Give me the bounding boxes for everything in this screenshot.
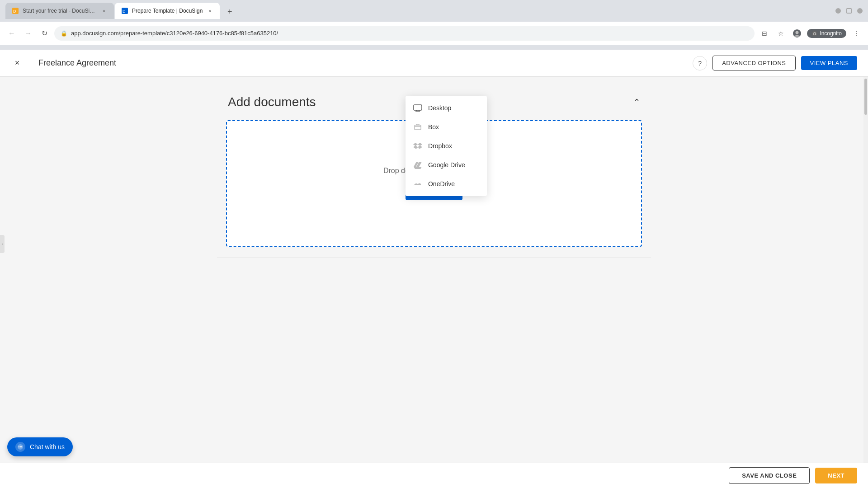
section-collapse-button[interactable]: ⌃ [633,97,640,107]
nav-forward-button[interactable]: → [22,27,34,40]
tab1-title: Start your free trial - DocuSign e... [23,8,97,14]
header-divider [31,56,31,70]
dropdown-item-onedrive[interactable]: OneDrive [406,174,487,193]
svg-text:D: D [123,9,126,14]
header-right: ? ADVANCED OPTIONS VIEW PLANS [693,56,857,70]
browser-nav-bar: ← → ↻ 🔒 app.docusign.com/prepare-templat… [0,22,868,45]
close-button[interactable]: × [11,57,24,70]
chat-icon [15,442,25,452]
bookmark-icon[interactable]: ☆ [774,27,787,40]
tab2-title: Prepare Template | DocuSign [132,8,203,14]
address-bar[interactable]: 🔒 app.docusign.com/prepare-template/c312… [54,26,755,41]
document-title: Freelance Agreement [38,58,685,68]
browser-title-bar: D Start your free trial - DocuSign e... … [0,0,868,22]
incognito-label: Incognito [820,30,842,37]
save-close-button[interactable]: SAVE AND CLOSE [729,467,810,484]
dropdown-item-desktop[interactable]: Desktop [406,99,487,117]
browser-chrome: D Start your free trial - DocuSign e... … [0,0,868,50]
help-button[interactable]: ? [693,56,707,70]
app-footer: SAVE AND CLOSE NEXT [0,463,868,488]
upload-dropdown: Desktop Box [406,96,487,196]
svg-point-6 [812,31,817,36]
dropdown-item-google-drive[interactable]: Google Drive [406,155,487,174]
chat-label: Chat with us [30,443,65,450]
incognito-badge: Incognito [807,29,846,38]
window-minimize[interactable] [835,8,841,14]
address-text: app.docusign.com/prepare-template/c3120e… [71,30,278,37]
svg-point-17 [21,446,22,447]
svg-point-7 [813,33,815,35]
svg-point-16 [20,446,21,447]
tab2-favicon: D [121,7,128,14]
svg-text:D: D [13,9,16,14]
section-container: Add documents ⌃ Drop documents here to u… [217,95,651,247]
main-content: Add documents ⌃ Drop documents here to u… [0,77,868,463]
svg-rect-13 [415,125,421,130]
drop-zone[interactable]: Drop documents here to upload [226,120,642,247]
dropbox-icon [413,141,423,151]
dropdown-item-dropbox[interactable]: Dropbox [406,136,487,155]
nav-back-button[interactable]: ← [5,27,18,40]
tab1-favicon: D [12,7,19,14]
box-icon [413,122,423,132]
google-drive-label: Google Drive [428,161,465,169]
left-scroll-indicator[interactable]: ‹ [0,235,5,253]
google-drive-icon [413,160,423,170]
dropdown-item-box[interactable]: Box [406,117,487,136]
next-button[interactable]: NEXT [815,468,857,483]
right-scrollbar[interactable] [863,77,868,463]
new-tab-button[interactable]: + [222,5,237,19]
lock-icon: 🔒 [61,30,67,37]
section-divider [217,258,651,258]
window-maximize[interactable] [846,8,852,14]
section-title: Add documents [228,95,316,109]
advanced-options-button[interactable]: ADVANCED OPTIONS [712,56,795,70]
scrollbar-thumb [864,79,867,115]
onedrive-label: OneDrive [428,180,455,188]
onedrive-icon [413,179,423,189]
browser-tabs: D Start your free trial - DocuSign e... … [5,3,237,19]
svg-point-15 [19,446,19,447]
svg-point-5 [796,31,799,34]
desktop-icon [413,103,423,113]
tab2-close[interactable]: × [206,7,213,14]
browser-tab-2[interactable]: D Prepare Template | DocuSign × [115,3,220,19]
nav-right-icons: ⊟ ☆ Incognito ⋮ [758,27,863,40]
nav-refresh-button[interactable]: ↻ [38,27,51,40]
menu-icon[interactable]: ⋮ [850,27,863,40]
svg-rect-9 [414,105,422,110]
upload-button-wrapper: Desktop Box [406,184,462,200]
window-close[interactable] [857,8,863,14]
browser-tab-1[interactable]: D Start your free trial - DocuSign e... … [5,3,114,19]
chat-widget[interactable]: Chat with us [7,437,73,456]
cast-icon[interactable]: ⊟ [758,27,771,40]
dropbox-label: Dropbox [428,142,452,150]
view-plans-button[interactable]: VIEW PLANS [801,56,857,70]
box-label: Box [428,123,439,131]
app-header: × Freelance Agreement ? ADVANCED OPTIONS… [0,50,868,77]
desktop-label: Desktop [428,104,451,112]
tab1-close[interactable]: × [100,7,108,14]
svg-point-8 [815,33,816,35]
profile-icon[interactable] [791,27,803,40]
